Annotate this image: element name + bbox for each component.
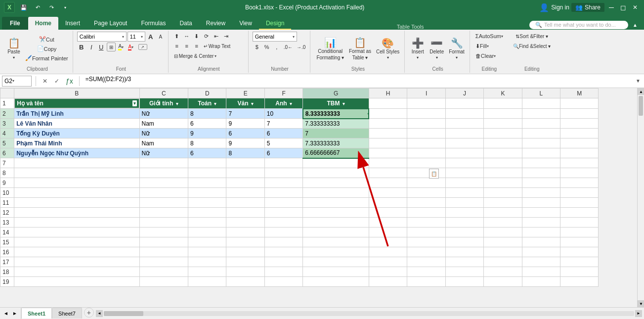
conditional-formatting-btn[interactable]: 📊 Conditional Formatting ▾ (314, 34, 346, 64)
indent-increase-btn[interactable]: ⇥ (222, 32, 231, 41)
cell-B4[interactable]: Tống Kỳ Duyên (14, 129, 139, 138)
cell-F3[interactable]: 7 (264, 119, 302, 129)
col-header-M[interactable]: M (560, 89, 599, 98)
ribbon-collapse-btn[interactable]: ▲ (630, 20, 640, 30)
empty-cell-J1[interactable] (445, 98, 483, 109)
decrease-decimal-btn[interactable]: .0← (282, 43, 294, 51)
border-button[interactable]: ⊞ (107, 43, 116, 51)
increase-decimal-btn[interactable]: →.0 (295, 43, 307, 51)
tab-home[interactable]: Home (28, 17, 58, 30)
cell-C3[interactable]: Nam (139, 119, 188, 129)
clear-btn[interactable]: 🗑 Clear ▾ (474, 51, 497, 60)
align-top-btn[interactable]: ⬆ (172, 32, 181, 41)
scroll-left-tab-btn[interactable]: ◄ (2, 310, 10, 318)
scroll-up-btn[interactable]: ▲ (638, 88, 644, 95)
cell-J4[interactable] (445, 129, 483, 138)
col-header-L[interactable]: L (522, 89, 560, 98)
italic-button[interactable]: I (87, 43, 96, 51)
decrease-font-btn[interactable]: A (156, 32, 165, 41)
wrap-text-btn[interactable]: ↵ Wrap Text (202, 42, 232, 50)
tab-formulas[interactable]: Formulas (134, 17, 172, 30)
cell-F2[interactable]: 10 (264, 109, 302, 119)
cut-button[interactable]: ✂️ Cut (24, 35, 70, 44)
dropdown-filter-icon[interactable]: ▾ (290, 101, 292, 106)
cell-styles-btn[interactable]: 🎨 Cell Styles ▾ (374, 34, 401, 64)
paste-options-button[interactable]: 📋 (429, 169, 439, 179)
align-middle-btn[interactable]: ↔ (182, 32, 191, 41)
cell-I6[interactable] (407, 148, 445, 158)
insert-function-btn[interactable]: ƒx (64, 77, 75, 85)
cell-K6[interactable] (484, 148, 522, 158)
align-center-btn[interactable]: ≡ (182, 42, 191, 50)
format-painter-button[interactable]: 🖌️ Format Painter (24, 54, 70, 63)
tab-file[interactable]: File (2, 17, 28, 30)
cell-E3[interactable]: 9 (226, 119, 264, 129)
scroll-left-btn[interactable]: ◄ (96, 310, 103, 317)
cell-B6[interactable]: Nguyễn Ngọc Như Quỳnh (14, 148, 139, 158)
cancel-formula-btn[interactable]: ✕ (40, 76, 50, 86)
align-left-btn[interactable]: ≡ (172, 42, 181, 50)
share-button[interactable]: 👥 Share (571, 3, 604, 12)
fill-color-btn[interactable]: A ▾ (117, 43, 126, 51)
col-header-F[interactable]: F (264, 89, 302, 98)
tab-insert[interactable]: Insert (58, 17, 87, 30)
cell-M2[interactable] (560, 109, 599, 119)
cell-G4[interactable]: 7 (303, 129, 369, 138)
cell-I3[interactable] (407, 119, 445, 129)
empty-cell-I1[interactable] (407, 98, 445, 109)
scroll-right-btn[interactable]: ► (635, 310, 642, 317)
comma-btn[interactable]: , (272, 43, 281, 51)
cell-C4[interactable]: Nữ (139, 129, 188, 138)
save-qat-btn[interactable]: 💾 (19, 2, 29, 12)
cell-B7[interactable] (14, 158, 139, 168)
col-header-B[interactable]: B (14, 89, 139, 98)
cell-H2[interactable] (369, 109, 407, 119)
format-btn[interactable]: 🔧 Format ▾ (447, 34, 467, 64)
cell-H5[interactable] (369, 138, 407, 148)
cell-B2[interactable]: Trần Thị Mỹ Linh (14, 109, 139, 119)
cell-E4[interactable]: 6 (226, 129, 264, 138)
dropdown-filter-icon[interactable]: ▾ (251, 101, 254, 106)
dropdown-filter-icon[interactable]: ▾ (176, 101, 178, 106)
cell-G5[interactable]: 7.333333333 (303, 138, 369, 148)
cell-L3[interactable] (522, 119, 560, 129)
paste-button[interactable]: 📋 Paste ▾ (5, 34, 23, 64)
cell-C5[interactable]: Nam (139, 138, 188, 148)
add-sheet-button[interactable]: + (84, 308, 94, 318)
col-header-D[interactable]: D (188, 89, 226, 98)
close-button[interactable]: ✕ (630, 2, 640, 12)
restore-button[interactable]: ◻ (618, 2, 628, 12)
fill-handle[interactable] (368, 111, 369, 116)
number-format-dropdown[interactable]: General ▾ (253, 32, 297, 42)
dropdown-filter-icon[interactable]: ▾ (214, 101, 216, 106)
col-header-H[interactable]: H (369, 89, 407, 98)
col-header-K[interactable]: K (484, 89, 522, 98)
undo-qat-btn[interactable]: ↶ (33, 2, 43, 12)
cell-H6[interactable] (369, 148, 407, 158)
cell-J3[interactable] (445, 119, 483, 129)
col-header-J[interactable]: J (445, 89, 483, 98)
accounting-btn[interactable]: $ (253, 43, 261, 51)
confirm-formula-btn[interactable]: ✓ (52, 76, 62, 86)
tab-view[interactable]: View (232, 17, 259, 30)
cell-L6[interactable] (522, 148, 560, 158)
cell-D2[interactable]: 8 (188, 109, 226, 119)
vertical-scrollbar[interactable]: ▲ ▼ (637, 88, 644, 307)
cell-reference-box[interactable]: G2 ▾ (2, 76, 32, 87)
header-cell-D1[interactable]: Toán ▾ (188, 98, 226, 109)
cell-H4[interactable] (369, 129, 407, 138)
cell-M4[interactable] (560, 129, 599, 138)
cell-M6[interactable] (560, 148, 599, 158)
horizontal-scrollbar[interactable]: ◄ ► (94, 308, 644, 319)
cell-G3[interactable]: 7.333333333 (303, 119, 369, 129)
search-box[interactable]: 🔍 Tell me what you want to do... (529, 21, 628, 29)
cell-E5[interactable]: 9 (226, 138, 264, 148)
cell-F5[interactable]: 5 (264, 138, 302, 148)
empty-cell-M1[interactable] (560, 98, 599, 109)
delete-btn[interactable]: ➖ Delete ▾ (428, 34, 446, 64)
empty-cell-H1[interactable] (369, 98, 407, 109)
cell-I4[interactable] (407, 129, 445, 138)
cell-D5[interactable]: 8 (188, 138, 226, 148)
bold-button[interactable]: B (77, 43, 86, 51)
find-select-btn[interactable]: 🔍 Find &Select ▾ (512, 42, 552, 50)
